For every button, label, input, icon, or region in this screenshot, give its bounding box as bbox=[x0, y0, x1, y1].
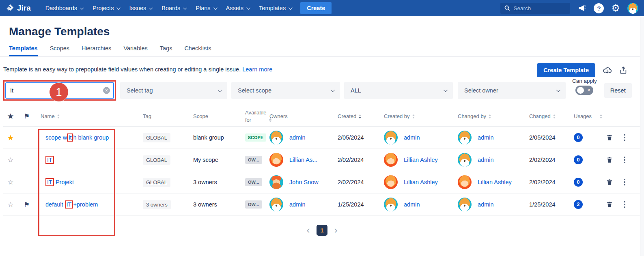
changed-by-avatar[interactable] bbox=[458, 131, 472, 144]
page-scrollbar[interactable] bbox=[640, 16, 644, 256]
row-menu-button[interactable] bbox=[618, 155, 631, 165]
delete-button[interactable] bbox=[601, 156, 618, 163]
header-changed[interactable]: Changed bbox=[524, 113, 569, 119]
flag-icon[interactable]: ⚑ bbox=[18, 201, 36, 209]
created-by-link[interactable]: admin bbox=[404, 201, 420, 208]
tab-variables[interactable]: Variables bbox=[123, 45, 147, 56]
table-row: ☆ ⚑ default IT+problem 3 owners 3 owners… bbox=[3, 194, 644, 216]
brand-name[interactable]: Jira bbox=[17, 4, 31, 13]
star-icon[interactable]: ☆ bbox=[3, 178, 18, 187]
toolbar-row: Template is an easy way to prepopulate f… bbox=[0, 57, 644, 77]
star-icon[interactable]: ☆ bbox=[3, 156, 18, 164]
owner-link[interactable]: Lillian As... bbox=[289, 157, 317, 163]
usages-badge[interactable]: 0 bbox=[574, 178, 583, 187]
template-name-link[interactable]: IT bbox=[36, 157, 138, 163]
clear-search-icon[interactable]: × bbox=[103, 87, 110, 94]
sort-icon bbox=[600, 114, 602, 118]
tag-cell: GLOBAL bbox=[138, 178, 188, 187]
changed-by-link[interactable]: Lillian Ashley bbox=[478, 179, 512, 185]
tab-scopes[interactable]: Scopes bbox=[50, 45, 69, 56]
flag-column-icon[interactable]: ⚑ bbox=[18, 112, 36, 120]
chevron-down-icon bbox=[556, 88, 560, 92]
nav-item-boards[interactable]: Boards bbox=[157, 2, 190, 14]
row-menu-button[interactable] bbox=[618, 133, 631, 143]
help-icon[interactable]: ? bbox=[594, 3, 604, 13]
prev-page-button[interactable]: ‹ bbox=[306, 226, 310, 235]
header-available-for[interactable]: Available for bbox=[240, 109, 269, 123]
owner-link[interactable]: John Snow bbox=[289, 179, 319, 185]
created-by-link[interactable]: Lillian Ashley bbox=[404, 179, 438, 185]
created-by-avatar[interactable] bbox=[384, 198, 398, 211]
owner-avatar[interactable] bbox=[269, 198, 283, 211]
nav-item-dashboards[interactable]: Dashboards bbox=[41, 2, 87, 14]
can-apply-toggle[interactable]: ✕ bbox=[575, 86, 593, 95]
user-avatar[interactable] bbox=[627, 3, 638, 14]
header-created-by[interactable]: Created by bbox=[379, 113, 453, 119]
changed-by-avatar[interactable] bbox=[458, 198, 472, 211]
type-dropdown[interactable]: ALL bbox=[344, 82, 453, 99]
header-usages[interactable]: Usages bbox=[569, 113, 601, 119]
usages-badge[interactable]: 2 bbox=[574, 200, 583, 209]
delete-button[interactable] bbox=[601, 179, 618, 186]
tab-tags[interactable]: Tags bbox=[160, 45, 172, 56]
header-changed-by[interactable]: Changed by bbox=[453, 113, 524, 119]
select-scope-dropdown[interactable]: Select scope bbox=[231, 82, 340, 99]
global-search-input[interactable]: Search bbox=[500, 3, 570, 14]
nav-item-templates[interactable]: Templates bbox=[255, 2, 295, 14]
learn-more-link[interactable]: Learn more bbox=[242, 66, 272, 73]
changed-by-avatar[interactable] bbox=[458, 175, 472, 189]
annotation-step-badge: 1 bbox=[50, 83, 68, 101]
sort-icon bbox=[57, 114, 60, 118]
owner-avatar[interactable] bbox=[269, 175, 283, 189]
usages-badge[interactable]: 0 bbox=[574, 133, 583, 142]
tab-checklists[interactable]: Checklists bbox=[184, 45, 211, 56]
nav-item-issues[interactable]: Issues bbox=[125, 2, 156, 14]
create-template-button[interactable]: Create Template bbox=[537, 63, 595, 77]
header-created[interactable]: Created bbox=[333, 113, 379, 119]
nav-item-assets[interactable]: Assets bbox=[222, 2, 254, 14]
usages-badge[interactable]: 0 bbox=[574, 155, 583, 164]
row-menu-button[interactable] bbox=[618, 200, 631, 210]
megaphone-icon[interactable] bbox=[577, 4, 586, 13]
nav-item-plans[interactable]: Plans bbox=[192, 2, 220, 14]
created-by-link[interactable]: Lillian Ashley bbox=[404, 157, 438, 163]
search-icon bbox=[504, 5, 510, 11]
changed-by-link[interactable]: admin bbox=[478, 201, 494, 208]
next-page-button[interactable]: › bbox=[334, 226, 338, 235]
star-icon[interactable]: ★ bbox=[3, 133, 18, 142]
create-button[interactable]: Create bbox=[300, 2, 332, 14]
changed-by-avatar[interactable] bbox=[458, 153, 472, 167]
select-owner-dropdown[interactable]: Select owner bbox=[458, 82, 566, 99]
created-by-avatar[interactable] bbox=[384, 175, 398, 189]
star-column-icon[interactable]: ★ bbox=[3, 112, 18, 121]
jira-logo[interactable]: Jira bbox=[6, 4, 31, 13]
row-menu-button[interactable] bbox=[618, 177, 631, 187]
created-by-link[interactable]: admin bbox=[404, 134, 420, 141]
export-icon[interactable] bbox=[619, 66, 628, 75]
changed-by-link[interactable]: admin bbox=[478, 157, 494, 163]
reset-button[interactable]: Reset bbox=[604, 83, 632, 98]
gear-icon[interactable]: ⚙ bbox=[611, 3, 620, 13]
template-name-link[interactable]: default IT+problem bbox=[36, 201, 138, 208]
delete-button[interactable] bbox=[601, 134, 618, 141]
created-by-avatar[interactable] bbox=[384, 153, 398, 167]
cloud-download-icon[interactable] bbox=[602, 65, 612, 75]
header-name[interactable]: Name bbox=[36, 113, 138, 119]
template-name-link[interactable]: IT Projekt bbox=[36, 179, 138, 185]
owner-avatar[interactable] bbox=[269, 153, 283, 167]
tab-hierarchies[interactable]: Hierarchies bbox=[82, 45, 111, 56]
tab-templates[interactable]: Templates bbox=[9, 45, 38, 56]
scope-cell: 3 owners bbox=[188, 179, 240, 185]
delete-button[interactable] bbox=[601, 201, 618, 208]
nav-item-projects[interactable]: Projects bbox=[88, 2, 123, 14]
template-name-link[interactable]: scope with blank group bbox=[36, 134, 138, 141]
owner-link[interactable]: admin bbox=[289, 201, 306, 208]
changed-by-link[interactable]: admin bbox=[478, 134, 494, 141]
owner-link[interactable]: admin bbox=[289, 134, 306, 141]
star-icon[interactable]: ☆ bbox=[3, 200, 18, 209]
created-by-avatar[interactable] bbox=[384, 131, 398, 144]
owner-avatar[interactable] bbox=[269, 131, 283, 144]
select-tag-dropdown[interactable]: Select tag bbox=[120, 82, 227, 99]
current-page-button[interactable]: 1 bbox=[317, 225, 327, 236]
owner-cell: admin bbox=[269, 131, 333, 144]
